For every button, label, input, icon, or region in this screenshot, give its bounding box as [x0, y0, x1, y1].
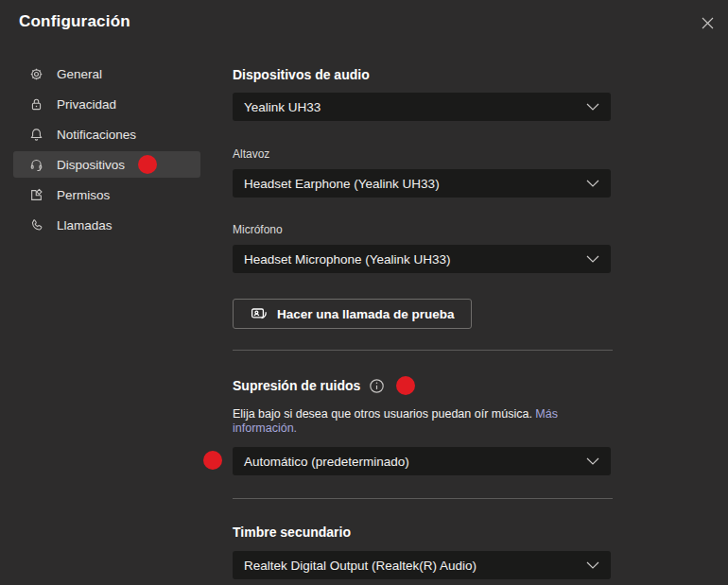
noise-suppression-field: Automático (predeterminado) — [233, 447, 611, 475]
audio-device-select[interactable]: Yealink UH33 — [233, 93, 611, 121]
sidebar-item-label: Dispositivos — [57, 158, 125, 172]
sidebar-item-notificaciones[interactable]: Notificaciones — [13, 121, 200, 147]
lock-icon — [28, 96, 44, 112]
sidebar-item-label: General — [57, 67, 102, 81]
headset-icon — [28, 157, 44, 173]
apps-icon — [28, 187, 44, 203]
bell-icon — [28, 127, 44, 143]
microphone-select[interactable]: Headset Microphone (Yealink UH33) — [233, 245, 611, 273]
gear-icon — [28, 66, 44, 82]
dialog-title: Configuración — [19, 12, 130, 31]
phone-icon — [28, 217, 44, 233]
speaker-select[interactable]: Headset Earphone (Yealink UH33) — [233, 169, 611, 198]
noise-suppression-value: Automático (predeterminado) — [244, 455, 409, 469]
noise-suppression-description: Elija bajo si desea que otros usuarios p… — [233, 407, 611, 436]
secondary-ringer-value: Realtek Digital Output (Realtek(R) Audio… — [244, 559, 477, 573]
sidebar-item-llamadas[interactable]: Llamadas — [13, 212, 200, 238]
sidebar-item-label: Permisos — [57, 188, 110, 202]
test-call-button-label: Hacer una llamada de prueba — [277, 307, 455, 321]
secondary-ringer-heading: Timbre secundario — [233, 525, 611, 540]
chevron-down-icon — [586, 103, 599, 111]
test-call-icon — [250, 304, 269, 323]
chevron-down-icon — [586, 180, 599, 187]
red-dot-badge — [138, 155, 157, 174]
red-dot-badge — [396, 376, 415, 395]
sidebar-item-general[interactable]: General — [13, 60, 200, 87]
close-button[interactable] — [694, 9, 720, 36]
noise-suppression-heading-row: Supresión de ruidos — [233, 376, 611, 395]
audio-devices-heading: Dispositivos de audio — [233, 67, 611, 82]
devices-settings-panel: Dispositivos de audio Yealink UH33 Altav… — [233, 60, 611, 579]
chevron-down-icon — [586, 561, 599, 569]
noise-suppression-heading: Supresión de ruidos — [233, 378, 360, 393]
sidebar-item-privacidad[interactable]: Privacidad — [13, 91, 200, 117]
sidebar-item-permisos[interactable]: Permisos — [13, 181, 200, 208]
speaker-value: Headset Earphone (Yealink UH33) — [244, 177, 440, 191]
section-divider — [233, 498, 613, 499]
sidebar-item-label: Notificaciones — [57, 128, 136, 142]
chevron-down-icon — [586, 255, 599, 263]
chevron-down-icon — [586, 457, 599, 465]
close-icon — [701, 16, 715, 30]
sidebar-item-label: Llamadas — [57, 218, 113, 232]
info-icon[interactable] — [369, 378, 385, 394]
red-dot-badge — [203, 451, 222, 470]
speaker-label: Altavoz — [233, 147, 611, 161]
secondary-ringer-select[interactable]: Realtek Digital Output (Realtek(R) Audio… — [233, 551, 611, 579]
sidebar-item-label: Privacidad — [57, 97, 116, 112]
settings-sidebar: General Privacidad Notificaciones — [13, 60, 200, 242]
noise-suppression-select[interactable]: Automático (predeterminado) — [233, 447, 611, 475]
test-call-button[interactable]: Hacer una llamada de prueba — [233, 299, 472, 329]
section-divider — [233, 350, 613, 351]
sidebar-item-dispositivos[interactable]: Dispositivos — [13, 151, 200, 178]
microphone-value: Headset Microphone (Yealink UH33) — [244, 252, 451, 267]
microphone-label: Micrófono — [233, 223, 611, 236]
audio-device-value: Yealink UH33 — [244, 100, 321, 114]
description-text: Elija bajo si desea que otros usuarios p… — [233, 407, 532, 421]
